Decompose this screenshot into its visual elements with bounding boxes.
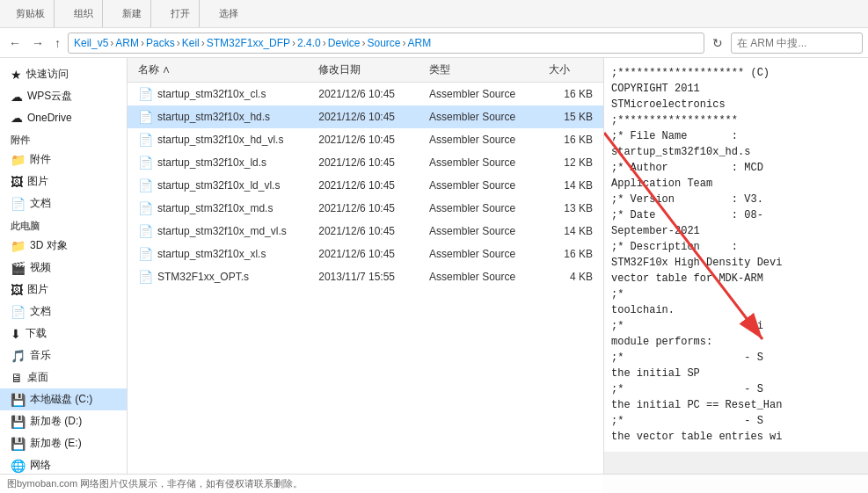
cloud-icon: ☁ xyxy=(11,111,23,125)
preview-line: ;* - S xyxy=(611,350,861,366)
breadcrumb-item[interactable]: Keil_v5 xyxy=(74,37,108,49)
table-row[interactable]: 📄 startup_stm32f10x_cl.s 2021/12/6 10:45… xyxy=(128,83,603,105)
sidebar-group-thispc: 此电脑 xyxy=(0,214,127,235)
file-type: Assembler Source xyxy=(429,134,549,146)
sidebar-item-music[interactable]: 🎵 音乐 xyxy=(0,344,127,366)
breadcrumb-item[interactable]: STM32F1xx_DFP xyxy=(207,37,290,49)
file-date: 2013/11/7 15:55 xyxy=(318,271,429,283)
document-icon: 📄 xyxy=(11,197,26,211)
table-row[interactable]: 📄 startup_stm32f10x_md.s 2021/12/6 10:45… xyxy=(128,197,603,220)
sidebar-item-docs[interactable]: 📄 文档 xyxy=(0,301,127,323)
toolbar-group-select: 选择 xyxy=(210,0,247,27)
sidebar-item-images[interactable]: 🖼 图片 xyxy=(0,279,127,301)
preview-line: ;* Version : V3. xyxy=(611,192,861,207)
sidebar-item-attachments[interactable]: 📁 附件 xyxy=(0,149,127,170)
back-button[interactable]: ← xyxy=(5,34,25,52)
folder-icon: 📁 xyxy=(11,153,26,167)
preview-line: ;* xyxy=(611,286,861,302)
file-icon: 📄 xyxy=(138,201,153,215)
table-row[interactable]: 📄 startup_stm32f10x_md_vl.s 2021/12/6 10… xyxy=(128,220,603,243)
file-type: Assembler Source xyxy=(429,156,549,169)
breadcrumb-item[interactable]: Packs xyxy=(146,37,175,49)
file-size: 14 KB xyxy=(549,179,600,192)
file-size: 13 KB xyxy=(549,202,600,214)
file-date: 2021/12/6 10:45 xyxy=(318,156,429,169)
column-header-date[interactable]: 修改日期 xyxy=(318,62,429,77)
preview-line: ;* Thi xyxy=(611,318,861,334)
sidebar-item-drive-d[interactable]: 💾 新加卷 (D:) xyxy=(0,410,127,432)
file-date: 2021/12/6 10:45 xyxy=(318,248,429,260)
watermark: 图bymoban.com 网络图片仅供展示，非存储，如有侵权请联系删除。 xyxy=(0,474,868,493)
sidebar-item-3dobjects[interactable]: 📁 3D 对象 xyxy=(0,235,127,257)
breadcrumb[interactable]: Keil_v5 › ARM › Packs › Keil › STM32F1xx… xyxy=(68,33,704,54)
preview-line: ;* Author : MCD xyxy=(611,160,861,176)
table-row[interactable]: 📄 startup_stm32f10x_ld.s 2021/12/6 10:45… xyxy=(128,151,603,174)
toolbar-group-new: 新建 xyxy=(113,0,151,27)
sidebar-item-videos[interactable]: 🎬 视频 xyxy=(0,257,127,279)
breadcrumb-item[interactable]: Source xyxy=(367,37,400,49)
file-size: 14 KB xyxy=(549,225,600,237)
up-button[interactable]: ↑ xyxy=(51,34,64,52)
column-header-type[interactable]: 类型 xyxy=(429,62,549,77)
toolbar: 剪贴板 组织 新建 打开 选择 xyxy=(0,0,868,28)
video-icon: 🎬 xyxy=(11,261,26,275)
preview-line: vector table for MDK-ARM xyxy=(611,271,861,286)
sidebar-item-quickaccess[interactable]: ★ 快速访问 xyxy=(0,63,127,85)
preview-line: September-2021 xyxy=(611,223,861,239)
file-type: Assembler Source xyxy=(429,111,549,123)
toolbar-label-clipboard: 剪贴板 xyxy=(16,7,45,20)
file-type: Assembler Source xyxy=(429,179,549,192)
sidebar-item-documents[interactable]: 📄 文档 xyxy=(0,192,127,214)
table-row[interactable]: 📄 startup_stm32f10x_xl.s 2021/12/6 10:45… xyxy=(128,243,603,265)
file-name: startup_stm32f10x_md.s xyxy=(157,202,273,214)
search-input[interactable] xyxy=(731,33,863,54)
column-header-size[interactable]: 大小 xyxy=(549,62,600,77)
column-header-name[interactable]: 名称 ∧ xyxy=(131,62,318,77)
main-content: ★ 快速访问 ☁ WPS云盘 ☁ OneDrive 附件 📁 附件 🖼 图片 📄… xyxy=(0,58,868,493)
file-type: Assembler Source xyxy=(429,248,549,260)
sidebar-item-drive-e[interactable]: 💾 新加卷 (E:) xyxy=(0,432,127,454)
file-list: 名称 ∧ 修改日期 类型 大小 📄 startup_stm32f10x_cl.s… xyxy=(128,58,604,493)
sidebar-item-onedrive[interactable]: ☁ OneDrive xyxy=(0,107,127,128)
file-date: 2021/12/6 10:45 xyxy=(318,225,429,237)
drive-icon: 💾 xyxy=(11,415,26,429)
sidebar-item-downloads[interactable]: ⬇ 下载 xyxy=(0,323,127,344)
breadcrumb-item[interactable]: ARM xyxy=(408,37,432,49)
preview-line: startup_stm32f10x_hd.s xyxy=(611,144,861,160)
file-icon: 📄 xyxy=(138,247,153,261)
toolbar-group-open: 打开 xyxy=(162,0,200,27)
file-name: startup_stm32f10x_ld_vl.s xyxy=(157,179,280,192)
file-size: 16 KB xyxy=(549,134,600,146)
preview-panel: ;******************** (C) COPYRIGHT 2011… xyxy=(604,58,868,452)
file-icon: 📄 xyxy=(138,87,153,101)
file-list-header: 名称 ∧ 修改日期 类型 大小 xyxy=(128,58,603,83)
toolbar-label-organize: 组织 xyxy=(74,7,93,20)
file-date: 2021/12/6 10:45 xyxy=(318,88,429,100)
desktop-icon: 🖥 xyxy=(11,371,23,385)
refresh-button[interactable]: ↻ xyxy=(708,34,727,52)
file-size: 16 KB xyxy=(549,88,600,100)
table-row[interactable]: 📄 startup_stm32f10x_ld_vl.s 2021/12/6 10… xyxy=(128,174,603,197)
breadcrumb-item[interactable]: Keil xyxy=(182,37,200,49)
preview-line: COPYRIGHT 2011 xyxy=(611,81,861,97)
forward-button[interactable]: → xyxy=(28,34,47,52)
table-row[interactable]: 📄 startup_stm32f10x_hd.s 2021/12/6 10:45… xyxy=(128,105,603,128)
toolbar-label-new: 新建 xyxy=(122,7,142,20)
file-icon: 📄 xyxy=(138,133,153,147)
sidebar-item-pictures[interactable]: 🖼 图片 xyxy=(0,170,127,192)
breadcrumb-item[interactable]: Device xyxy=(328,37,361,49)
breadcrumb-item[interactable]: 2.4.0 xyxy=(297,37,321,49)
file-icon: 📄 xyxy=(138,178,153,192)
toolbar-label-select: 选择 xyxy=(219,7,238,20)
sidebar-item-desktop[interactable]: 🖥 桌面 xyxy=(0,366,127,388)
preview-line: STM32F10x High Density Devi xyxy=(611,255,861,271)
file-name: startup_stm32f10x_hd_vl.s xyxy=(157,134,283,146)
sidebar-item-drive-c[interactable]: 💾 本地磁盘 (C:) xyxy=(0,388,127,410)
preview-line: Application Team xyxy=(611,176,861,192)
file-name: STM32F1xx_OPT.s xyxy=(157,271,249,283)
sidebar: ★ 快速访问 ☁ WPS云盘 ☁ OneDrive 附件 📁 附件 🖼 图片 📄… xyxy=(0,58,128,493)
breadcrumb-item[interactable]: ARM xyxy=(115,37,139,49)
table-row[interactable]: 📄 STM32F1xx_OPT.s 2013/11/7 15:55 Assemb… xyxy=(128,265,603,288)
table-row[interactable]: 📄 startup_stm32f10x_hd_vl.s 2021/12/6 10… xyxy=(128,128,603,151)
sidebar-item-wpscloud[interactable]: ☁ WPS云盘 xyxy=(0,85,127,107)
